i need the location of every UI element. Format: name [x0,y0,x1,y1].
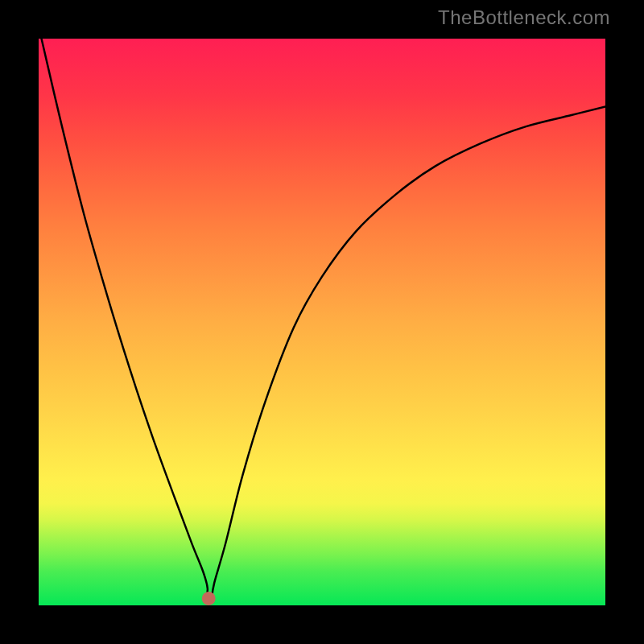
chart-plot-area [39,39,605,605]
svg-point-1 [202,592,216,605]
watermark-text: TheBottleneck.com [438,6,610,29]
chart-container: TheBottleneck.com [0,0,644,644]
chart-curve [39,39,605,605]
